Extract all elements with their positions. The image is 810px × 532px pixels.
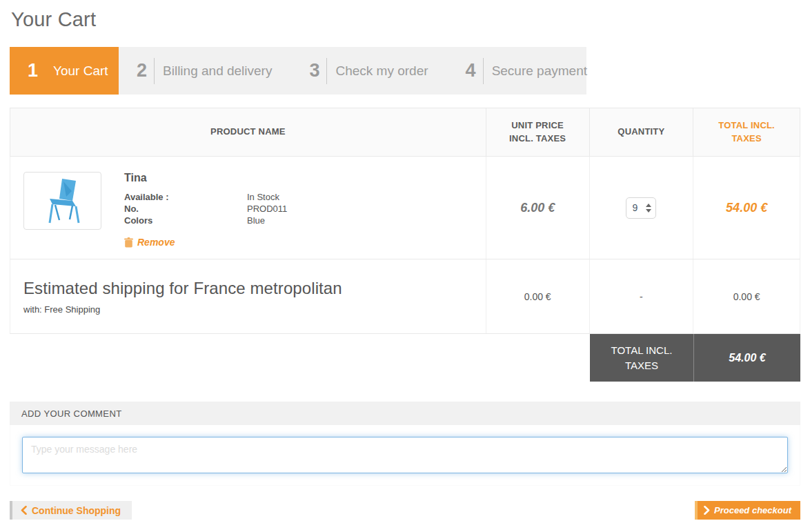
- step-number: 2: [119, 60, 154, 81]
- attribute-value: PROD011: [247, 203, 287, 215]
- attribute-color: Colors Blue: [124, 215, 287, 226]
- continue-shopping-label: Continue Shopping: [32, 505, 121, 516]
- table-row-grand-total: TOTAL INCL. TAXES 54.00 €: [10, 334, 800, 382]
- checkout-steps: 1 Your Cart 2 Billing and delivery 3 Che…: [10, 47, 586, 95]
- step-check-order[interactable]: 3 Check my order: [291, 47, 447, 95]
- quantity-input[interactable]: [632, 202, 643, 213]
- unit-price-cell: 6.00 €: [486, 157, 590, 259]
- table-row-product: Tina Available : In Stock No. PROD011 Co…: [10, 157, 800, 259]
- proceed-checkout-button[interactable]: Proceed checkout: [695, 501, 800, 520]
- footer-actions: Continue Shopping Proceed checkout: [10, 501, 800, 520]
- comment-heading: ADD YOUR COMMENT: [10, 402, 800, 425]
- step-number: 1: [10, 60, 45, 81]
- step-number: 4: [448, 60, 483, 81]
- step-label: Secure payment: [484, 63, 606, 79]
- cart-page: Your Cart 1 Your Cart 2 Billing and deli…: [0, 0, 810, 520]
- attribute-availability: Available : In Stock: [124, 191, 287, 203]
- continue-shopping-button[interactable]: Continue Shopping: [10, 501, 132, 520]
- unit-price-value: 6.00 €: [520, 201, 555, 215]
- chevron-left-icon: [21, 506, 27, 515]
- stepper-arrows-icon[interactable]: [646, 204, 651, 213]
- grand-total-label: TOTAL INCL. TAXES: [590, 334, 694, 382]
- comment-section: ADD YOUR COMMENT: [10, 402, 800, 486]
- chevron-right-icon: [704, 506, 710, 515]
- comment-body: [10, 425, 800, 486]
- product-info: Tina Available : In Stock No. PROD011 Co…: [124, 172, 287, 250]
- quantity-cell: [590, 157, 694, 259]
- shipping-unit-price-cell: 0.00 €: [486, 259, 590, 333]
- product-name: Tina: [124, 172, 287, 184]
- remove-product-button[interactable]: Remove: [124, 237, 175, 248]
- row-total-cell: 54.00 €: [693, 157, 800, 259]
- step-secure-payment[interactable]: 4 Secure payment: [448, 47, 606, 95]
- shipping-title: Estimated shipping for France metropolit…: [23, 279, 342, 298]
- blue-chair-image: [36, 176, 90, 226]
- quantity-stepper[interactable]: [626, 197, 656, 219]
- comment-textarea[interactable]: [22, 437, 788, 473]
- attribute-label: Available :: [124, 191, 247, 203]
- header-total: TOTAL INCL. TAXES: [693, 108, 800, 156]
- attribute-reference: No. PROD011: [124, 203, 287, 215]
- step-number: 3: [291, 60, 326, 81]
- attribute-label: No.: [124, 203, 247, 215]
- row-total-value: 54.00 €: [726, 201, 767, 215]
- proceed-checkout-label: Proceed checkout: [714, 505, 791, 515]
- shipping-quantity: -: [640, 291, 643, 302]
- total-row-spacer: [10, 334, 590, 382]
- attribute-value: Blue: [247, 215, 265, 226]
- stepper-up-icon[interactable]: [646, 204, 651, 207]
- product-attributes: Available : In Stock No. PROD011 Colors …: [124, 191, 287, 226]
- step-label: Check my order: [327, 63, 447, 79]
- shipping-cell: Estimated shipping for France metropolit…: [10, 259, 486, 333]
- product-thumbnail[interactable]: [23, 172, 101, 230]
- table-row-shipping: Estimated shipping for France metropolit…: [10, 259, 800, 334]
- remove-label: Remove: [137, 237, 175, 248]
- attribute-label: Colors: [124, 215, 247, 226]
- header-quantity: QUANTITY: [590, 108, 694, 156]
- shipping-total: 0.00 €: [733, 291, 760, 302]
- product-cell: Tina Available : In Stock No. PROD011 Co…: [10, 157, 486, 259]
- stepper-down-icon[interactable]: [646, 209, 651, 213]
- attribute-value: In Stock: [247, 191, 279, 203]
- step-your-cart[interactable]: 1 Your Cart: [10, 47, 119, 95]
- header-product-name: PRODUCT NAME: [10, 108, 486, 156]
- grand-total-value: 54.00 €: [694, 334, 800, 382]
- shipping-carrier: with: Free Shipping: [23, 304, 100, 315]
- trash-icon: [124, 237, 133, 248]
- step-label: Your Cart: [45, 63, 128, 79]
- shipping-total-cell: 0.00 €: [693, 259, 800, 333]
- cart-table-header: PRODUCT NAME UNIT PRICE INCL. TAXES QUAN…: [10, 108, 800, 157]
- shipping-quantity-cell: -: [590, 259, 694, 333]
- step-label: Billing and delivery: [155, 63, 291, 79]
- header-unit-price: UNIT PRICE INCL. TAXES: [486, 108, 590, 156]
- shipping-unit-price: 0.00 €: [524, 291, 551, 302]
- step-billing-delivery[interactable]: 2 Billing and delivery: [119, 47, 291, 95]
- page-title: Your Cart: [10, 8, 800, 31]
- cart-table: PRODUCT NAME UNIT PRICE INCL. TAXES QUAN…: [10, 108, 800, 382]
